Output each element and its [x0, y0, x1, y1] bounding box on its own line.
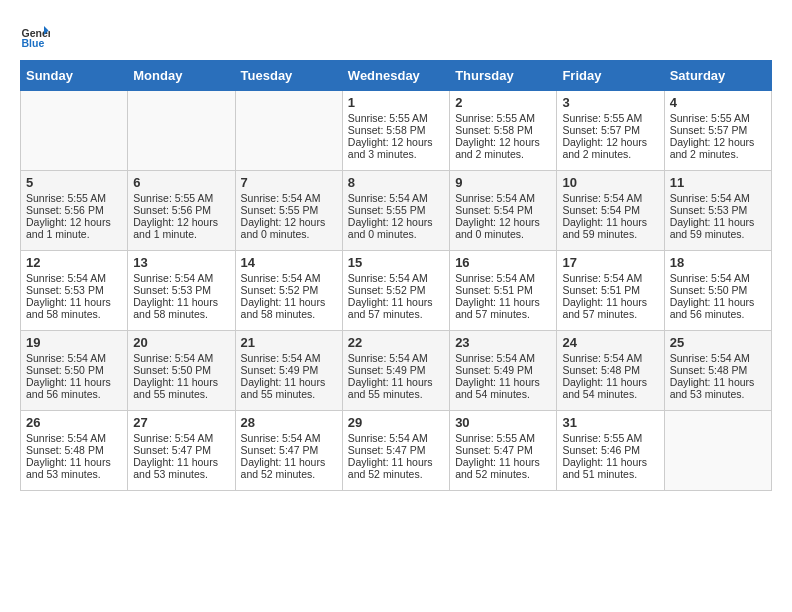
calendar-cell: 8Sunrise: 5:54 AMSunset: 5:55 PMDaylight…	[342, 171, 449, 251]
day-info: and 0 minutes.	[241, 228, 337, 240]
calendar-cell: 22Sunrise: 5:54 AMSunset: 5:49 PMDayligh…	[342, 331, 449, 411]
day-number: 7	[241, 175, 337, 190]
day-info: Sunrise: 5:54 AM	[670, 272, 766, 284]
calendar-cell	[21, 91, 128, 171]
day-number: 8	[348, 175, 444, 190]
day-number: 18	[670, 255, 766, 270]
day-number: 28	[241, 415, 337, 430]
day-number: 29	[348, 415, 444, 430]
day-info: Daylight: 11 hours	[133, 376, 229, 388]
day-info: Sunset: 5:54 PM	[562, 204, 658, 216]
col-header-friday: Friday	[557, 61, 664, 91]
day-info: Sunrise: 5:54 AM	[241, 192, 337, 204]
day-info: Sunset: 5:57 PM	[562, 124, 658, 136]
day-info: and 57 minutes.	[562, 308, 658, 320]
day-info: Sunrise: 5:54 AM	[348, 272, 444, 284]
day-info: Sunrise: 5:54 AM	[133, 272, 229, 284]
col-header-tuesday: Tuesday	[235, 61, 342, 91]
calendar-cell: 21Sunrise: 5:54 AMSunset: 5:49 PMDayligh…	[235, 331, 342, 411]
day-info: Sunset: 5:50 PM	[670, 284, 766, 296]
calendar-cell: 30Sunrise: 5:55 AMSunset: 5:47 PMDayligh…	[450, 411, 557, 491]
day-info: Daylight: 12 hours	[348, 136, 444, 148]
svg-text:Blue: Blue	[22, 37, 45, 49]
day-info: Sunrise: 5:54 AM	[670, 352, 766, 364]
day-info: and 57 minutes.	[348, 308, 444, 320]
day-info: Daylight: 11 hours	[455, 456, 551, 468]
day-info: Sunrise: 5:55 AM	[670, 112, 766, 124]
calendar-cell: 4Sunrise: 5:55 AMSunset: 5:57 PMDaylight…	[664, 91, 771, 171]
calendar-cell: 14Sunrise: 5:54 AMSunset: 5:52 PMDayligh…	[235, 251, 342, 331]
calendar-week-2: 5Sunrise: 5:55 AMSunset: 5:56 PMDaylight…	[21, 171, 772, 251]
col-header-monday: Monday	[128, 61, 235, 91]
calendar-cell: 25Sunrise: 5:54 AMSunset: 5:48 PMDayligh…	[664, 331, 771, 411]
day-info: Sunrise: 5:54 AM	[26, 432, 122, 444]
day-info: and 56 minutes.	[670, 308, 766, 320]
day-info: and 55 minutes.	[133, 388, 229, 400]
day-number: 11	[670, 175, 766, 190]
day-info: Daylight: 11 hours	[133, 456, 229, 468]
day-info: Sunset: 5:47 PM	[455, 444, 551, 456]
day-info: Sunrise: 5:54 AM	[455, 192, 551, 204]
day-info: Sunrise: 5:55 AM	[455, 112, 551, 124]
day-info: Daylight: 11 hours	[133, 296, 229, 308]
day-info: Daylight: 12 hours	[241, 216, 337, 228]
day-info: Sunrise: 5:54 AM	[562, 272, 658, 284]
calendar-cell: 9Sunrise: 5:54 AMSunset: 5:54 PMDaylight…	[450, 171, 557, 251]
day-info: Daylight: 11 hours	[26, 296, 122, 308]
day-info: and 53 minutes.	[133, 468, 229, 480]
calendar-cell: 31Sunrise: 5:55 AMSunset: 5:46 PMDayligh…	[557, 411, 664, 491]
day-info: and 55 minutes.	[241, 388, 337, 400]
day-info: Sunrise: 5:55 AM	[133, 192, 229, 204]
day-info: Daylight: 11 hours	[670, 216, 766, 228]
day-info: and 2 minutes.	[455, 148, 551, 160]
day-info: Sunset: 5:49 PM	[455, 364, 551, 376]
calendar-cell: 16Sunrise: 5:54 AMSunset: 5:51 PMDayligh…	[450, 251, 557, 331]
day-info: Daylight: 11 hours	[562, 456, 658, 468]
calendar-week-5: 26Sunrise: 5:54 AMSunset: 5:48 PMDayligh…	[21, 411, 772, 491]
day-number: 5	[26, 175, 122, 190]
day-info: Daylight: 12 hours	[455, 216, 551, 228]
calendar-cell: 2Sunrise: 5:55 AMSunset: 5:58 PMDaylight…	[450, 91, 557, 171]
calendar-table: SundayMondayTuesdayWednesdayThursdayFrid…	[20, 60, 772, 491]
day-number: 30	[455, 415, 551, 430]
day-number: 3	[562, 95, 658, 110]
day-info: Daylight: 11 hours	[241, 456, 337, 468]
day-info: Sunrise: 5:55 AM	[348, 112, 444, 124]
logo-icon: General Blue	[20, 20, 50, 50]
day-info: Sunrise: 5:55 AM	[455, 432, 551, 444]
day-info: Sunrise: 5:54 AM	[455, 352, 551, 364]
calendar-cell: 15Sunrise: 5:54 AMSunset: 5:52 PMDayligh…	[342, 251, 449, 331]
calendar-cell: 26Sunrise: 5:54 AMSunset: 5:48 PMDayligh…	[21, 411, 128, 491]
calendar-cell: 6Sunrise: 5:55 AMSunset: 5:56 PMDaylight…	[128, 171, 235, 251]
col-header-thursday: Thursday	[450, 61, 557, 91]
day-info: Sunrise: 5:55 AM	[26, 192, 122, 204]
day-info: and 52 minutes.	[348, 468, 444, 480]
day-info: and 54 minutes.	[562, 388, 658, 400]
day-info: Sunset: 5:52 PM	[348, 284, 444, 296]
calendar-cell	[128, 91, 235, 171]
day-info: and 53 minutes.	[670, 388, 766, 400]
day-info: Daylight: 12 hours	[133, 216, 229, 228]
day-number: 10	[562, 175, 658, 190]
day-number: 23	[455, 335, 551, 350]
day-info: Daylight: 11 hours	[455, 376, 551, 388]
calendar-cell: 17Sunrise: 5:54 AMSunset: 5:51 PMDayligh…	[557, 251, 664, 331]
day-info: and 58 minutes.	[241, 308, 337, 320]
day-info: Daylight: 11 hours	[670, 376, 766, 388]
day-number: 2	[455, 95, 551, 110]
day-number: 13	[133, 255, 229, 270]
day-info: Sunset: 5:56 PM	[133, 204, 229, 216]
day-info: and 0 minutes.	[348, 228, 444, 240]
day-info: Daylight: 11 hours	[348, 296, 444, 308]
calendar-cell: 24Sunrise: 5:54 AMSunset: 5:48 PMDayligh…	[557, 331, 664, 411]
day-number: 20	[133, 335, 229, 350]
calendar-week-4: 19Sunrise: 5:54 AMSunset: 5:50 PMDayligh…	[21, 331, 772, 411]
calendar-cell: 11Sunrise: 5:54 AMSunset: 5:53 PMDayligh…	[664, 171, 771, 251]
calendar-week-3: 12Sunrise: 5:54 AMSunset: 5:53 PMDayligh…	[21, 251, 772, 331]
day-info: and 53 minutes.	[26, 468, 122, 480]
day-info: and 52 minutes.	[455, 468, 551, 480]
calendar-cell: 12Sunrise: 5:54 AMSunset: 5:53 PMDayligh…	[21, 251, 128, 331]
day-info: and 51 minutes.	[562, 468, 658, 480]
day-number: 31	[562, 415, 658, 430]
day-info: and 52 minutes.	[241, 468, 337, 480]
